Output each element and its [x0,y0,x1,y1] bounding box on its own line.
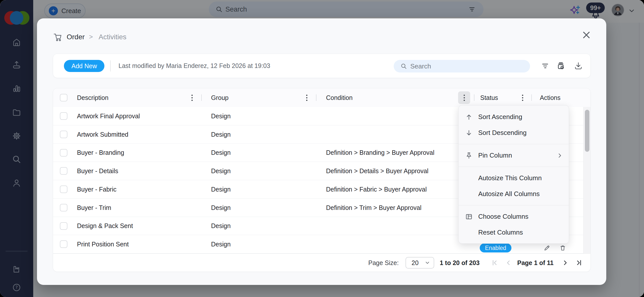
row-range-text: 1 to 20 of 203 [440,254,479,272]
delete-icon[interactable] [559,244,567,252]
menu-divider [459,167,569,167]
page-size-select[interactable]: 20 [406,257,434,269]
row-checkbox[interactable] [60,240,67,248]
close-icon[interactable] [581,29,592,41]
menu-divider [459,205,569,205]
menu-item-choose-columns[interactable]: Choose Columns [459,209,569,225]
row-checkbox[interactable] [60,167,67,175]
toolbar-divider [110,60,111,71]
status-column-menu-icon[interactable] [516,91,529,104]
group-column-menu-icon[interactable] [301,91,313,104]
cell-condition: Definition > Details > Buyer Approval [326,167,428,175]
menu-item-autosize-all-columns[interactable]: Autosize All Columns [459,186,569,202]
next-page-button[interactable] [561,259,569,267]
menu-item-pin-column[interactable]: Pin Column [459,147,569,163]
table-search-input[interactable]: Search [394,60,530,72]
cart-icon [53,32,63,42]
page-size-label: Page Size: [368,254,399,272]
cell-description: Buyer - Fabric [77,185,116,193]
menu-item-label: Pin Column [478,152,512,159]
header-divider [531,94,532,101]
table-search-placeholder: Search [410,62,431,70]
cell-description: Artwork Final Approval [77,112,140,120]
activities-modal: Order > Activities Add New Last modified… [37,18,606,285]
sort-descending-icon [465,129,473,137]
select-all-checkbox[interactable] [60,94,67,101]
row-checkbox[interactable] [60,149,67,157]
pin-icon [465,152,473,159]
last-modified-text: Last modified by Maria Enderez, 12 Feb 2… [118,54,270,78]
cell-group: Design [211,149,231,156]
page-size-value: 20 [412,259,419,267]
description-column-menu-icon[interactable] [186,91,198,104]
menu-item-sort-ascending[interactable]: Sort Ascending [459,109,569,125]
breadcrumb-section[interactable]: Order [67,33,85,41]
column-header-group[interactable]: Group [211,94,228,101]
header-divider [201,94,202,101]
menu-item-label: Autosize This Column [478,174,542,182]
cell-group: Design [211,185,231,193]
first-page-button[interactable] [491,259,499,267]
column-header-status[interactable]: Status [480,94,498,101]
menu-item-sort-descending[interactable]: Sort Descending [459,125,569,141]
menu-item-label: Autosize All Columns [478,190,540,198]
last-page-button[interactable] [575,259,583,267]
row-checkbox[interactable] [60,131,67,138]
columns-icon [465,213,473,220]
menu-item-autosize-this-column[interactable]: Autosize This Column [459,170,569,186]
cell-condition: Definition > Fabric > Buyer Approval [326,185,427,193]
cell-condition: Definition > Trim > Buyer Approval [326,204,421,211]
cell-group: Design [211,112,231,120]
cell-group: Design [211,131,231,138]
column-context-menu: Sort AscendingSort DescendingPin ColumnA… [458,105,569,244]
column-header-condition[interactable]: Condition [326,94,353,101]
edit-icon[interactable] [543,244,551,252]
cell-group: Design [211,204,231,211]
cell-group: Design [211,241,231,248]
views-icon[interactable] [556,61,565,70]
cell-group: Design [211,222,231,230]
app-window: Create Search 99+ ? [0,0,644,297]
add-new-button[interactable]: Add New [64,60,104,72]
header-divider [316,94,316,101]
search-icon [400,63,407,70]
row-checkbox[interactable] [60,204,67,211]
status-badge: Enabled [480,243,511,252]
menu-item-label: Choose Columns [478,213,528,220]
table-footer: Page Size: 20 1 to 20 of 203 Page 1 of 1… [53,253,590,272]
menu-item-label: Sort Ascending [478,113,522,121]
cell-description: Buyer - Trim [77,204,111,211]
column-header-description[interactable]: Description [77,94,108,101]
menu-item-label: Reset Columns [478,229,523,236]
filter-icon[interactable] [541,61,550,70]
previous-page-button[interactable] [504,259,512,267]
condition-column-menu-icon[interactable] [458,91,470,104]
breadcrumb-separator: > [89,33,93,41]
menu-divider [459,144,569,144]
row-checkbox[interactable] [60,222,67,230]
chevron-right-icon [556,152,563,159]
menu-item-reset-columns[interactable]: Reset Columns [459,225,569,240]
cell-group: Design [211,167,231,175]
scrollbar-thumb[interactable] [585,110,589,152]
chevron-down-icon [424,259,431,266]
column-header-actions[interactable]: Actions [540,94,560,101]
download-icon[interactable] [574,61,583,70]
row-checkbox[interactable] [60,185,67,193]
cell-description: Design & Pack Sent [77,222,133,230]
cell-condition: Definition > Branding > Buyer Approval [326,149,434,156]
page-info-text: Page 1 of 11 [517,254,554,272]
cell-description: Buyer - Details [77,167,118,175]
menu-item-label: Sort Descending [478,129,527,137]
row-checkbox[interactable] [60,112,67,120]
cell-description: Print Position Sent [77,241,129,248]
table-header: Description Group Condition Status Actio… [53,88,590,107]
header-divider [474,94,474,101]
cell-description: Buyer - Branding [77,149,124,156]
breadcrumb-current: Activities [99,33,126,41]
modal-toolbar: Add New Last modified by Maria Enderez, … [53,54,591,78]
cell-description: Artwork Submitted [77,131,128,138]
sort-ascending-icon [465,113,473,121]
